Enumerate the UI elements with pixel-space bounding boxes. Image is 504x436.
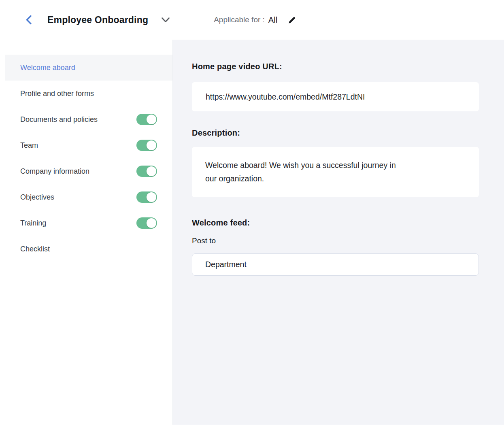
- chevron-down-icon: [161, 17, 170, 23]
- sidebar-item-label: Profile and other forms: [20, 89, 157, 98]
- sidebar-item-label: Team: [20, 141, 136, 150]
- sidebar-item-label: Training: [20, 219, 136, 228]
- sidebar-item-documents-and-policies[interactable]: Documents and policies: [0, 106, 172, 132]
- page-title: Employee Onboarding: [47, 15, 148, 26]
- sidebar-item-training[interactable]: Training: [0, 210, 172, 236]
- post-to-label: Post to: [192, 236, 479, 245]
- sidebar-item-checklist[interactable]: Checklist: [0, 236, 172, 262]
- sidebar-item-label: Objectives: [20, 193, 136, 202]
- applicable-for-value: All: [268, 15, 277, 25]
- sidebar-item-label: Welcome aboard: [20, 64, 157, 72]
- toggle-switch[interactable]: [136, 166, 157, 177]
- applicable-for: Applicable for : All: [214, 15, 277, 25]
- sidebar-item-company-information[interactable]: Company information: [0, 158, 172, 184]
- sidebar-item-team[interactable]: Team: [0, 132, 172, 158]
- edit-applicable-button[interactable]: [287, 15, 297, 25]
- app-window: Employee Onboarding Applicable for : All…: [0, 0, 504, 436]
- toggle-knob: [147, 166, 156, 176]
- toggle-switch[interactable]: [136, 140, 157, 151]
- toggle-switch[interactable]: [136, 217, 157, 229]
- toggle-switch[interactable]: [136, 191, 157, 203]
- title-dropdown-button[interactable]: [161, 16, 170, 23]
- sidebar-item-label: Company information: [20, 167, 136, 176]
- sidebar-item-label: Documents and policies: [20, 115, 136, 124]
- welcome-feed-label: Welcome feed:: [192, 218, 479, 228]
- page-header: Employee Onboarding Applicable for : All: [0, 0, 504, 40]
- sidebar-item-welcome-aboard[interactable]: Welcome aboard: [5, 55, 172, 81]
- sidebar-item-profile-and-other-forms[interactable]: Profile and other forms: [0, 81, 172, 106]
- bottom-spacer: [0, 425, 504, 436]
- toggle-knob: [147, 218, 156, 228]
- sidebar-item-objectives[interactable]: Objectives: [0, 184, 172, 210]
- settings-panel: Home page video URL: Description: Welcom…: [173, 40, 504, 425]
- toggle-knob: [147, 115, 156, 124]
- video-url-input[interactable]: [192, 82, 479, 111]
- description-label: Description:: [192, 128, 479, 138]
- applicable-for-label: Applicable for :: [214, 15, 265, 24]
- sidebar-nav: Welcome aboard Profile and other forms D…: [0, 40, 173, 425]
- post-to-select[interactable]: Department: [192, 253, 479, 276]
- pencil-icon: [288, 16, 296, 24]
- video-url-label: Home page video URL:: [192, 62, 479, 71]
- toggle-switch[interactable]: [136, 114, 157, 125]
- chevron-left-icon: [25, 15, 33, 25]
- toggle-knob: [147, 192, 156, 202]
- app-body: Welcome aboard Profile and other forms D…: [0, 40, 504, 425]
- toggle-knob: [147, 140, 156, 150]
- description-textarea[interactable]: Welcome aboard! We wish you a successful…: [192, 147, 479, 197]
- sidebar-item-label: Checklist: [20, 245, 157, 253]
- back-button[interactable]: [24, 15, 33, 25]
